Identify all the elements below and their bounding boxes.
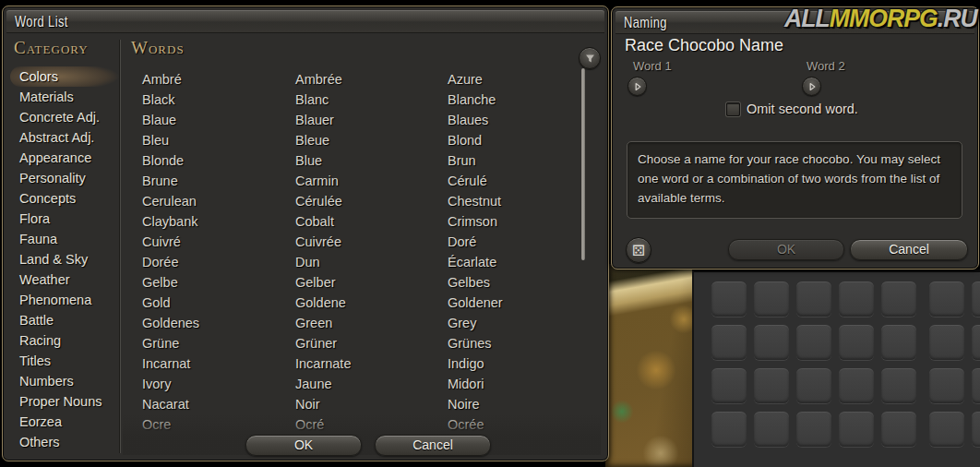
word-list-titlebar[interactable]: Word List xyxy=(6,10,604,33)
grid-slot[interactable] xyxy=(754,325,789,360)
grid-slot[interactable] xyxy=(839,281,874,317)
word-item[interactable]: Blauer xyxy=(295,110,443,130)
word-item[interactable]: Cerulean xyxy=(142,191,290,211)
word-item[interactable]: Cérulée xyxy=(295,191,443,211)
word-item[interactable]: Carmin xyxy=(295,171,443,191)
word-item[interactable]: Ivory xyxy=(142,374,290,394)
word-item[interactable]: Cobalt xyxy=(295,211,443,232)
word-item[interactable]: Gelbe xyxy=(142,272,290,293)
word-item[interactable]: Ambré xyxy=(142,69,290,90)
grid-slot[interactable] xyxy=(881,325,916,360)
word-item[interactable]: Ambrée xyxy=(295,69,443,90)
naming-cancel-button[interactable]: Cancel xyxy=(850,239,968,260)
word-item[interactable]: Bleue xyxy=(295,130,443,150)
category-item[interactable]: Personality xyxy=(10,168,119,188)
grid-slot[interactable] xyxy=(796,281,831,317)
grid-slot[interactable] xyxy=(839,368,874,403)
word2-expand-button[interactable] xyxy=(802,77,821,96)
word-item[interactable]: Jaune xyxy=(295,374,443,394)
grid-slot[interactable] xyxy=(839,412,874,447)
category-item[interactable]: Phenomena xyxy=(10,290,119,310)
grid-slot[interactable] xyxy=(972,368,980,403)
grid-slot[interactable] xyxy=(881,368,916,403)
scrollbar-thumb[interactable] xyxy=(581,68,585,260)
word-item[interactable]: Blanc xyxy=(295,90,443,110)
grid-slot[interactable] xyxy=(881,412,916,447)
word-item[interactable]: Midori xyxy=(448,374,595,394)
grid-slot[interactable] xyxy=(796,325,831,360)
word-item[interactable]: Blanche xyxy=(448,90,595,110)
grid-slot[interactable] xyxy=(929,412,964,447)
category-item[interactable]: Concepts xyxy=(10,188,119,209)
category-item[interactable]: Others xyxy=(10,432,119,452)
word-item[interactable]: Noire xyxy=(448,394,595,414)
grid-slot[interactable] xyxy=(929,281,964,317)
grid-slot[interactable] xyxy=(796,412,831,447)
grid-slot[interactable] xyxy=(711,412,747,447)
grid-slot[interactable] xyxy=(754,368,789,403)
omit-second-word-checkbox[interactable] xyxy=(726,102,740,116)
word-item[interactable]: Black xyxy=(142,90,290,110)
grid-slot[interactable] xyxy=(711,325,747,360)
word-item[interactable]: Bleu xyxy=(142,130,290,150)
word-item[interactable]: Dun xyxy=(295,252,443,272)
grid-slot[interactable] xyxy=(711,368,747,403)
word-item[interactable]: Blond xyxy=(448,130,595,150)
word-list-cancel-button[interactable]: Cancel xyxy=(375,435,491,456)
category-item[interactable]: Fauna xyxy=(10,229,119,249)
word-item[interactable]: Noir xyxy=(295,394,443,414)
category-item[interactable]: Appearance xyxy=(10,148,119,168)
word-item[interactable]: Blue xyxy=(295,150,443,171)
word-item[interactable]: Goldenes xyxy=(142,313,290,333)
word-item[interactable]: Cuivrée xyxy=(295,232,443,252)
word-item[interactable]: Blaues xyxy=(448,110,595,130)
word-item[interactable]: Gold xyxy=(142,293,290,313)
category-item[interactable]: Proper Nouns xyxy=(10,391,119,412)
category-item[interactable]: Colors xyxy=(10,66,119,87)
word-item[interactable]: Gelbes xyxy=(448,272,595,293)
word-item[interactable]: Brune xyxy=(142,171,290,191)
word-item[interactable]: Cérulé xyxy=(448,171,595,191)
word-item[interactable]: Grey xyxy=(448,313,595,333)
word1-expand-button[interactable] xyxy=(627,77,647,96)
naming-ok-button[interactable]: OK xyxy=(728,239,844,260)
word-item[interactable]: Incarnat xyxy=(142,353,290,374)
category-item[interactable]: Flora xyxy=(10,209,119,229)
word-item[interactable]: Blaue xyxy=(142,110,290,130)
category-item[interactable]: Concrete Adj. xyxy=(10,107,119,127)
word-item[interactable]: Grüne xyxy=(142,333,290,353)
category-item[interactable]: Weather xyxy=(10,269,119,290)
category-item[interactable]: Racing xyxy=(10,330,119,351)
category-item[interactable]: Abstract Adj. xyxy=(10,127,119,148)
word-item[interactable]: Doré xyxy=(448,232,595,252)
word-item[interactable]: Cuivré xyxy=(142,232,290,252)
grid-slot[interactable] xyxy=(929,368,964,403)
word-item[interactable]: Crimson xyxy=(448,211,595,232)
grid-slot[interactable] xyxy=(839,325,874,360)
word-item[interactable]: Nacarat xyxy=(142,394,290,414)
word-item[interactable]: Écarlate xyxy=(448,252,595,272)
category-item[interactable]: Battle xyxy=(10,310,119,330)
grid-slot[interactable] xyxy=(881,281,916,317)
grid-slot[interactable] xyxy=(972,325,980,360)
grid-slot[interactable] xyxy=(711,281,747,317)
grid-slot[interactable] xyxy=(796,368,831,403)
category-item[interactable]: Land & Sky xyxy=(10,249,119,269)
word-item[interactable]: Goldene xyxy=(295,293,443,313)
word-item[interactable]: Dorée xyxy=(142,252,290,272)
word-item[interactable]: Gelber xyxy=(295,272,443,293)
category-item[interactable]: Numbers xyxy=(10,371,119,391)
word-item[interactable]: Indigo xyxy=(448,353,595,374)
word-item[interactable]: Grüner xyxy=(295,333,443,353)
word-item[interactable]: Grünes xyxy=(448,333,595,353)
category-item[interactable]: Eorzea xyxy=(10,412,119,432)
category-item[interactable]: Titles xyxy=(10,351,119,371)
grid-slot[interactable] xyxy=(972,412,980,447)
word-item[interactable]: Azure xyxy=(448,69,595,90)
word-item[interactable]: Chestnut xyxy=(448,191,595,211)
filter-button[interactable] xyxy=(579,47,601,69)
word-item[interactable]: Green xyxy=(295,313,443,333)
grid-slot[interactable] xyxy=(929,325,964,360)
grid-slot[interactable] xyxy=(972,281,980,317)
category-item[interactable]: Materials xyxy=(10,87,119,107)
